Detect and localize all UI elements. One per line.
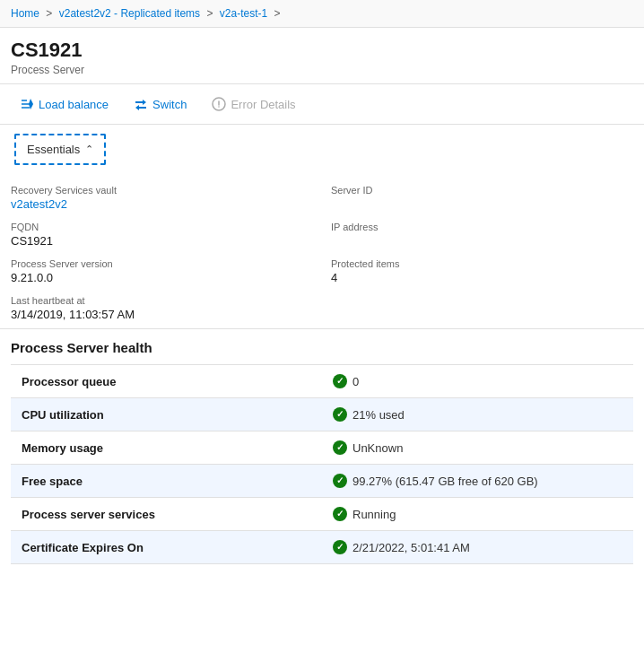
breadcrumb-server[interactable]: v2a-test-1 xyxy=(220,7,267,20)
error-details-icon xyxy=(212,97,226,111)
page-title: CS1921 xyxy=(11,39,633,62)
status-cell: 2/21/2022, 5:01:41 AM xyxy=(333,540,622,554)
last-heartbeat-item: Last heartbeat at 3/14/2019, 11:03:57 AM xyxy=(11,295,313,321)
breadcrumb-home[interactable]: Home xyxy=(11,7,39,20)
status-ok-icon xyxy=(333,474,347,488)
switch-label: Switch xyxy=(152,98,187,111)
load-balance-button[interactable]: Load balance xyxy=(11,92,117,117)
recovery-services-vault-label: Recovery Services vault xyxy=(11,185,313,196)
health-table: Processor queue0CPU utilization21% usedM… xyxy=(11,364,633,564)
health-row-label: CPU utilization xyxy=(11,398,322,431)
health-row-value: 2/21/2022, 5:01:41 AM xyxy=(322,531,633,564)
recovery-services-vault-item: Recovery Services vault v2atest2v2 xyxy=(11,185,313,211)
health-value-text: 2/21/2022, 5:01:41 AM xyxy=(352,541,470,554)
health-row-value: 99.27% (615.47 GB free of 620 GB) xyxy=(322,465,633,498)
last-heartbeat-label: Last heartbeat at xyxy=(11,295,313,306)
details-grid: Recovery Services vault v2atest2v2 Serve… xyxy=(0,174,644,329)
health-row-label: Memory usage xyxy=(11,431,322,465)
ip-address-label: IP address xyxy=(331,222,633,232)
status-ok-icon xyxy=(333,374,347,388)
server-id-item: Server ID xyxy=(331,185,633,211)
health-value-text: Running xyxy=(352,508,396,521)
health-value-text: 0 xyxy=(352,375,359,388)
health-table-row: CPU utilization21% used xyxy=(11,398,633,431)
breadcrumb-sep3: > xyxy=(274,7,281,20)
process-server-version-label: Process Server version xyxy=(11,258,313,269)
status-cell: 0 xyxy=(333,374,622,388)
process-server-version-item: Process Server version 9.21.0.0 xyxy=(11,258,313,284)
switch-icon xyxy=(134,97,148,111)
fqdn-label: FQDN xyxy=(11,222,313,232)
health-table-row: Memory usageUnKnown xyxy=(11,431,633,465)
status-cell: 21% used xyxy=(333,407,622,422)
process-server-version-value: 9.21.0.0 xyxy=(11,271,313,284)
health-row-value: 21% used xyxy=(322,398,633,431)
essentials-label: Essentials xyxy=(27,143,80,156)
last-heartbeat-value: 3/14/2019, 11:03:57 AM xyxy=(11,308,313,321)
breadcrumb-replicated[interactable]: v2atest2v2 - Replicated items xyxy=(59,7,200,20)
health-row-label: Processor queue xyxy=(11,365,322,398)
health-table-row: Process server servicesRunning xyxy=(11,498,633,531)
health-table-row: Processor queue0 xyxy=(11,365,633,398)
switch-button[interactable]: Switch xyxy=(125,92,196,117)
error-details-button[interactable]: Error Details xyxy=(203,92,304,117)
load-balance-icon xyxy=(20,97,34,111)
status-cell: Running xyxy=(333,507,622,521)
health-row-label: Certificate Expires On xyxy=(11,531,322,564)
health-row-value: Running xyxy=(322,498,633,531)
status-cell: 99.27% (615.47 GB free of 620 GB) xyxy=(333,474,622,488)
fqdn-item: FQDN CS1921 xyxy=(11,222,313,248)
protected-items-value: 4 xyxy=(331,271,633,284)
health-section: Process Server health Processor queue0CP… xyxy=(0,329,644,564)
recovery-services-vault-value[interactable]: v2atest2v2 xyxy=(11,197,67,211)
essentials-toggle[interactable]: Essentials ⌃ xyxy=(14,134,106,165)
page-subtitle: Process Server xyxy=(11,64,633,76)
protected-items-label: Protected items xyxy=(331,258,633,269)
ip-address-item: IP address xyxy=(331,222,633,248)
protected-items-item: Protected items 4 xyxy=(331,258,633,284)
status-ok-icon xyxy=(333,440,347,455)
health-value-text: 99.27% (615.47 GB free of 620 GB) xyxy=(352,475,538,488)
health-table-row: Certificate Expires On2/21/2022, 5:01:41… xyxy=(11,531,633,564)
server-id-label: Server ID xyxy=(331,185,633,196)
fqdn-value: CS1921 xyxy=(11,234,313,248)
toolbar: Load balance Switch Error Details xyxy=(0,84,644,125)
status-ok-icon xyxy=(333,540,347,554)
status-ok-icon xyxy=(333,507,347,521)
load-balance-label: Load balance xyxy=(39,98,109,111)
health-section-title: Process Server health xyxy=(11,340,633,355)
health-value-text: 21% used xyxy=(352,408,405,422)
breadcrumb: Home > v2atest2v2 - Replicated items > v… xyxy=(0,0,644,28)
health-row-label: Process server services xyxy=(11,498,322,531)
breadcrumb-sep2: > xyxy=(206,7,215,20)
status-ok-icon xyxy=(333,407,347,422)
essentials-chevron-icon: ⌃ xyxy=(85,144,93,155)
status-cell: UnKnown xyxy=(333,440,622,455)
health-row-value: 0 xyxy=(322,365,633,398)
health-row-label: Free space xyxy=(11,465,322,498)
health-row-value: UnKnown xyxy=(322,431,633,465)
page-header: CS1921 Process Server xyxy=(0,28,644,84)
health-table-row: Free space99.27% (615.47 GB free of 620 … xyxy=(11,465,633,498)
health-value-text: UnKnown xyxy=(352,441,403,455)
error-details-label: Error Details xyxy=(231,98,295,111)
breadcrumb-sep1: > xyxy=(46,7,55,20)
svg-point-6 xyxy=(219,107,221,109)
